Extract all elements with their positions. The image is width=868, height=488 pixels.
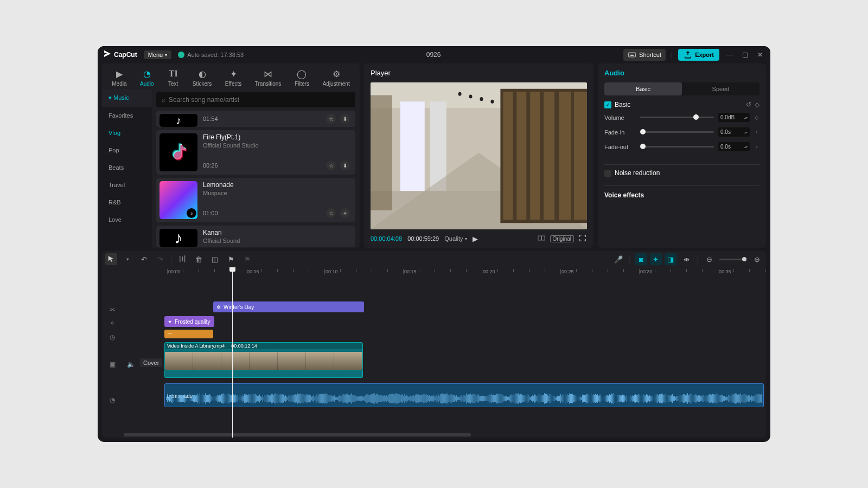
- voice-effects-header[interactable]: Voice effects: [598, 188, 766, 204]
- checkbox-icon[interactable]: ✓: [604, 101, 611, 108]
- track-item[interactable]: ♪ Lemonade Muspace 01:00 ☆ ＋: [156, 178, 355, 222]
- svg-rect-242: [400, 395, 400, 402]
- snap-3[interactable]: ◨: [665, 253, 676, 265]
- nav-travel[interactable]: Travel: [102, 176, 152, 194]
- timeline[interactable]: 00:0000:0500:1000:1500:2000:2500:3000:35…: [102, 267, 766, 438]
- tab-transitions[interactable]: ⋈Transitions: [254, 66, 283, 89]
- select-tool[interactable]: [105, 253, 117, 265]
- reset-icon[interactable]: ↺: [746, 101, 751, 108]
- star-icon[interactable]: ✧: [107, 318, 117, 328]
- flag-button[interactable]: ⚑: [225, 253, 237, 265]
- fullscreen-icon[interactable]: [578, 234, 587, 243]
- video-clip[interactable]: Video Inside A Library.mp4 00:00:12:14: [164, 342, 363, 370]
- mic-button[interactable]: 🎤: [612, 253, 624, 265]
- favorite-icon[interactable]: ☆: [326, 114, 336, 124]
- track-item[interactable]: ♪ 01:54 ☆ ⬇: [156, 111, 355, 127]
- svg-rect-373: [542, 395, 542, 402]
- link-icon[interactable]: ⫘: [107, 304, 117, 314]
- nav-favorites[interactable]: Favorites: [102, 107, 152, 124]
- tab-text[interactable]: TIText: [166, 66, 180, 89]
- fadein-slider[interactable]: [640, 131, 714, 133]
- playhead[interactable]: [232, 267, 233, 438]
- player-viewport[interactable]: [371, 82, 587, 229]
- nav-music[interactable]: Music: [102, 89, 152, 107]
- svg-rect-133: [282, 394, 283, 403]
- audio-track-icon[interactable]: ◔: [107, 395, 117, 405]
- delete-button[interactable]: 🗑: [193, 253, 205, 265]
- zoom-out-button[interactable]: ⊖: [703, 253, 715, 265]
- svg-rect-449: [624, 395, 625, 402]
- audio-clip[interactable]: Lemonade: [164, 383, 764, 407]
- download-icon[interactable]: ⬇: [340, 160, 350, 170]
- nav-rnb[interactable]: R&B: [102, 194, 152, 211]
- quality-dropdown[interactable]: Quality ▾: [444, 235, 467, 242]
- checkbox-icon[interactable]: [604, 170, 611, 177]
- shortcut-button[interactable]: Shortcut: [623, 49, 666, 61]
- snap-2[interactable]: ✦: [650, 253, 662, 265]
- keyframe-icon[interactable]: ◇: [755, 101, 760, 108]
- effect-clip[interactable]: ❄ Winter's Day: [213, 301, 364, 312]
- clock-icon[interactable]: ◷: [107, 332, 117, 342]
- timeline-ruler[interactable]: 00:0000:0500:1000:1500:2000:2500:3000:35: [102, 267, 766, 277]
- crop-button[interactable]: ◫: [209, 253, 221, 265]
- cover-label[interactable]: Cover: [140, 358, 162, 367]
- nav-vlog[interactable]: Vlog: [102, 124, 152, 142]
- tab-audio[interactable]: ◔Audio: [139, 66, 155, 89]
- search-input[interactable]: ⌕ Search song name/artist: [156, 92, 355, 107]
- svg-rect-109: [256, 395, 257, 402]
- select-mode-dropdown[interactable]: ▾: [122, 253, 133, 265]
- maximize-button[interactable]: ▢: [740, 51, 750, 59]
- play-button[interactable]: ▶: [473, 235, 478, 243]
- close-button[interactable]: ✕: [755, 51, 765, 59]
- fadeout-slider[interactable]: [640, 146, 714, 147]
- download-icon[interactable]: ⬇: [340, 114, 350, 124]
- mute-icon[interactable]: 🔈: [126, 359, 136, 369]
- adjustment-clip[interactable]: 〰: [164, 330, 213, 338]
- minimize-button[interactable]: —: [725, 51, 735, 59]
- zoom-slider[interactable]: [719, 259, 746, 260]
- ratio-chip[interactable]: Original: [550, 235, 574, 242]
- keyframe-icon[interactable]: ›: [754, 144, 760, 150]
- horizontal-scrollbar[interactable]: [124, 433, 471, 436]
- svg-rect-156: [307, 395, 308, 402]
- clip-area[interactable]: ❄ Winter's Day ✦ Frosted quality 〰 Video…: [164, 277, 763, 438]
- tab-basic[interactable]: Basic: [604, 82, 682, 95]
- favorite-icon[interactable]: ☆: [326, 160, 336, 170]
- fadeout-value[interactable]: 0.0s▴▾: [718, 142, 750, 151]
- undo-button[interactable]: ↶: [138, 253, 150, 265]
- volume-value[interactable]: 0.0dB▴▾: [718, 113, 750, 122]
- nav-love[interactable]: Love: [102, 211, 152, 228]
- split-button[interactable]: 〣: [176, 253, 188, 265]
- tab-effects[interactable]: ✦Effects: [224, 66, 242, 89]
- menu-button[interactable]: Menu ▾: [144, 50, 172, 59]
- lock-icon[interactable]: ▣: [107, 359, 117, 369]
- tab-filters[interactable]: ◯Filters: [293, 66, 310, 89]
- nav-beats[interactable]: Beats: [102, 159, 152, 176]
- redo-button[interactable]: ↷: [154, 253, 166, 265]
- volume-slider[interactable]: [640, 117, 714, 118]
- svg-rect-204: [359, 396, 360, 401]
- flag2-button[interactable]: ⚑: [241, 253, 253, 265]
- svg-rect-563: [748, 395, 749, 402]
- video-audio-lane[interactable]: [164, 370, 363, 378]
- snap-1[interactable]: ◙: [635, 253, 647, 265]
- zoom-fit-button[interactable]: ⊕: [751, 253, 763, 265]
- tab-stickers[interactable]: ◐Stickers: [192, 66, 213, 89]
- keyframe-icon[interactable]: ›: [754, 129, 760, 135]
- keyframe-icon[interactable]: ◇: [754, 114, 760, 120]
- svg-rect-52: [194, 395, 195, 402]
- favorite-icon[interactable]: ☆: [326, 208, 336, 218]
- fadein-value[interactable]: 0.0s▴▾: [718, 127, 750, 137]
- tab-speed[interactable]: Speed: [682, 82, 760, 95]
- tab-media[interactable]: ▶Media: [111, 66, 127, 89]
- nav-pop[interactable]: Pop: [102, 142, 152, 159]
- add-icon[interactable]: ＋: [340, 208, 350, 218]
- tab-adjustment[interactable]: ⚙Adjustment: [322, 66, 351, 89]
- filter-clip[interactable]: ✦ Frosted quality: [164, 316, 214, 327]
- compare-icon[interactable]: [537, 234, 546, 243]
- export-button[interactable]: Export: [678, 49, 719, 61]
- track-item[interactable]: Fire Fly(Pt.1) Official Sound Studio 00:…: [156, 130, 355, 175]
- track-item[interactable]: ♪ Kanari Official Sound: [156, 226, 355, 247]
- svg-rect-148: [298, 394, 299, 403]
- auto-align-button[interactable]: ⇹: [681, 253, 693, 265]
